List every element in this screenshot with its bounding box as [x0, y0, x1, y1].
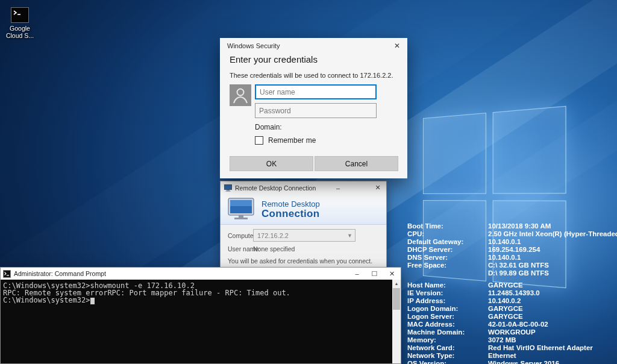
sysinfo-label: Machine Domain: [407, 328, 488, 336]
command-prompt-window: Administrator: Command Prompt – ☐ ✕ C:\W… [0, 267, 401, 364]
cmd-titlebar[interactable]: Administrator: Command Prompt – ☐ ✕ [1, 268, 401, 280]
sysinfo-spacer [407, 277, 616, 281]
sysinfo-label: Network Card: [407, 344, 488, 352]
close-button[interactable]: ✕ [383, 268, 401, 280]
security-dialog-titlebar[interactable]: Windows Security [220, 38, 407, 54]
sysinfo-label: DNS Server: [407, 254, 488, 262]
sysinfo-row: Machine Domain:WORKGROUP [407, 328, 616, 336]
sysinfo-label: CPU: [407, 230, 488, 238]
sysinfo-label: MAC Address: [407, 321, 488, 328]
sysinfo-value: Windows Server 2016 [488, 360, 559, 364]
scrollbar-thumb[interactable] [393, 288, 400, 310]
rdp-brand-line2: Connection [262, 209, 320, 219]
cancel-button[interactable]: Cancel [315, 156, 398, 171]
security-dialog-title: Windows Security [227, 42, 280, 49]
sysinfo-label: OS Version: [407, 360, 488, 364]
computer-combobox[interactable]: 172.16.2.2 ▼ [253, 229, 355, 242]
sysinfo-value: GARYGCE [488, 281, 523, 289]
remember-me-checkbox[interactable] [255, 136, 263, 145]
rdp-logo-icon [228, 198, 255, 221]
minimize-button[interactable]: – [348, 268, 366, 280]
ok-button[interactable]: OK [230, 156, 313, 171]
desktop-icon-google-cloud-sdk[interactable]: Google Cloud S... [1, 7, 39, 39]
rdp-credentials-note: You will be asked for credentials when y… [228, 257, 372, 265]
sysinfo-value: 42-01-0A-8C-00-02 [488, 321, 548, 328]
terminal-icon [11, 7, 29, 23]
sysinfo-value: 10.140.0.2 [488, 297, 521, 304]
scrollbar[interactable]: ▲ [392, 280, 401, 363]
sysinfo-label: Free Space: [407, 262, 488, 269]
close-button[interactable]: ✕ [369, 181, 386, 194]
sysinfo-value: 11.2485.14393.0 [488, 289, 540, 297]
console-line: C:\Windows\system32> [3, 297, 390, 304]
credentials-heading: Enter your credentials [230, 54, 318, 64]
sysinfo-label: IP Address: [407, 297, 488, 305]
sysinfo-row: D:\ 99.89 GB NTFS [407, 269, 616, 277]
sysinfo-label: DHCP Server: [407, 246, 488, 254]
sysinfo-label: Default Gateway: [407, 238, 488, 246]
sysinfo-value: 3072 MB [488, 336, 516, 344]
username-value: None specified [253, 245, 295, 253]
sysinfo-row: CPU:2.50 GHz Intel Xeon(R) (Hyper-Thread… [407, 230, 616, 238]
chevron-down-icon: ▼ [347, 233, 352, 239]
credentials-subtext: These credentials will be used to connec… [230, 72, 393, 79]
sysinfo-row: Network Card:Red Hat VirtIO Ethernet Ada… [407, 344, 616, 352]
sysinfo-value: 169.254.169.254 [488, 246, 540, 253]
remember-me-label: Remember me [268, 136, 316, 145]
sysinfo-label: Logon Domain: [407, 305, 488, 313]
system-info-overlay: Boot Time:10/13/2018 9:30 AMCPU:2.50 GHz… [407, 222, 616, 364]
sysinfo-row: Boot Time:10/13/2018 9:30 AM [407, 222, 616, 230]
maximize-button[interactable]: ☐ [366, 268, 383, 280]
sysinfo-row: DHCP Server:169.254.169.254 [407, 246, 616, 254]
sysinfo-row: MAC Address:42-01-0A-8C-00-02 [407, 321, 616, 328]
cmd-window-title: Administrator: Command Prompt [14, 270, 348, 277]
computer-combobox-value: 172.16.2.2 [257, 232, 289, 239]
person-icon [230, 84, 251, 106]
sysinfo-row: Memory:3072 MB [407, 336, 616, 344]
minimize-button[interactable]: – [330, 181, 346, 194]
sysinfo-value: 2.50 GHz Intel Xeon(R) (Hyper-Threaded) [488, 230, 617, 237]
sysinfo-value: C:\ 32.61 GB NTFS [488, 262, 549, 269]
close-button[interactable]: ✕ [387, 38, 407, 54]
sysinfo-row: Logon Domain:GARYGCE [407, 305, 616, 313]
sysinfo-value: 10.140.0.1 [488, 238, 521, 245]
rdp-titlebar-gap [346, 181, 369, 194]
sysinfo-value: GARYGCE [488, 305, 523, 312]
sysinfo-label: Network Type: [407, 352, 488, 360]
rdp-brand-line1: Remote Desktop [262, 200, 320, 209]
remember-me-row[interactable]: Remember me [255, 136, 316, 145]
sysinfo-row: Free Space:C:\ 32.61 GB NTFS [407, 262, 616, 269]
rdp-app-icon [224, 184, 232, 192]
sysinfo-row: Default Gateway:10.140.0.1 [407, 238, 616, 246]
sysinfo-row: IE Version:11.2485.14393.0 [407, 289, 616, 297]
remote-desktop-connection-window: Remote Desktop Connection – ✕ Remote Des… [220, 181, 387, 272]
rdp-brand: Remote Desktop Connection [262, 200, 320, 219]
sysinfo-value: D:\ 99.89 GB NTFS [488, 269, 549, 277]
sysinfo-label: Logon Server: [407, 313, 488, 321]
domain-label: Domain: [255, 123, 282, 131]
password-input[interactable] [255, 103, 377, 118]
sysinfo-value: Ethernet [488, 352, 516, 359]
desktop: Google Cloud S... Boot Time:10/13/2018 9… [0, 0, 617, 364]
sysinfo-row: Network Type:Ethernet [407, 352, 616, 360]
cmd-app-icon [3, 270, 11, 278]
rdp-banner: Remote Desktop Connection [221, 194, 386, 225]
windows-logo-pane [493, 106, 566, 194]
sysinfo-row: OS Version:Windows Server 2016 [407, 360, 616, 364]
scroll-up-icon[interactable]: ▲ [392, 280, 401, 287]
sysinfo-row: IP Address:10.140.0.2 [407, 297, 616, 305]
windows-security-dialog: Windows Security ✕ Enter your credential… [220, 38, 407, 178]
sysinfo-value: GARYGCE [488, 313, 523, 320]
sysinfo-label: Memory: [407, 336, 488, 344]
console-output[interactable]: C:\Windows\system32>showmount -e 172.16.… [1, 280, 392, 363]
user-avatar [230, 84, 251, 106]
sysinfo-value: 10.140.0.1 [488, 254, 521, 261]
sysinfo-row: Host Name:GARYGCE [407, 281, 616, 289]
sysinfo-value: 10/13/2018 9:30 AM [488, 222, 551, 230]
rdp-titlebar[interactable]: Remote Desktop Connection – ✕ [221, 181, 386, 194]
sysinfo-value: Red Hat VirtIO Ethernet Adapter [488, 344, 593, 351]
desktop-icon-label: Google Cloud S... [1, 25, 39, 39]
sysinfo-label: Boot Time: [407, 222, 488, 230]
username-input[interactable] [255, 84, 377, 99]
sysinfo-label: Host Name: [407, 281, 488, 289]
